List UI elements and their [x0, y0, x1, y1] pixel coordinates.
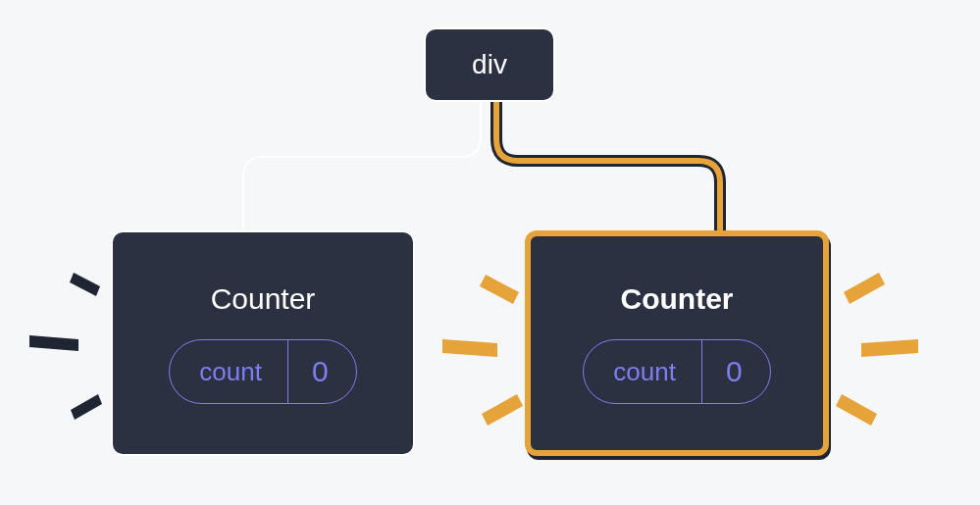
- emphasis-burst-orange-left: [437, 257, 530, 433]
- state-value: 0: [702, 340, 770, 403]
- svg-marker-0: [70, 273, 100, 296]
- root-label: div: [472, 49, 507, 80]
- node-title: Counter: [621, 282, 734, 316]
- svg-marker-2: [71, 394, 102, 420]
- svg-marker-1: [29, 335, 78, 351]
- state-label: count: [584, 340, 702, 403]
- root-node: div: [424, 27, 555, 102]
- svg-marker-5: [482, 394, 523, 426]
- counter-node-left: Counter count 0: [111, 230, 415, 456]
- emphasis-burst-orange-right: [826, 257, 924, 433]
- state-label: count: [170, 340, 288, 403]
- state-value: 0: [288, 340, 356, 403]
- state-pill: count 0: [169, 339, 356, 404]
- svg-marker-8: [836, 394, 877, 426]
- state-pill: count 0: [583, 339, 770, 404]
- counter-node-right-highlighted: Counter count 0: [525, 230, 829, 456]
- svg-marker-3: [480, 275, 519, 304]
- emphasis-burst-dark: [20, 255, 108, 431]
- svg-marker-7: [861, 339, 918, 357]
- node-title: Counter: [211, 282, 316, 316]
- svg-marker-6: [844, 273, 885, 304]
- svg-marker-4: [442, 339, 497, 357]
